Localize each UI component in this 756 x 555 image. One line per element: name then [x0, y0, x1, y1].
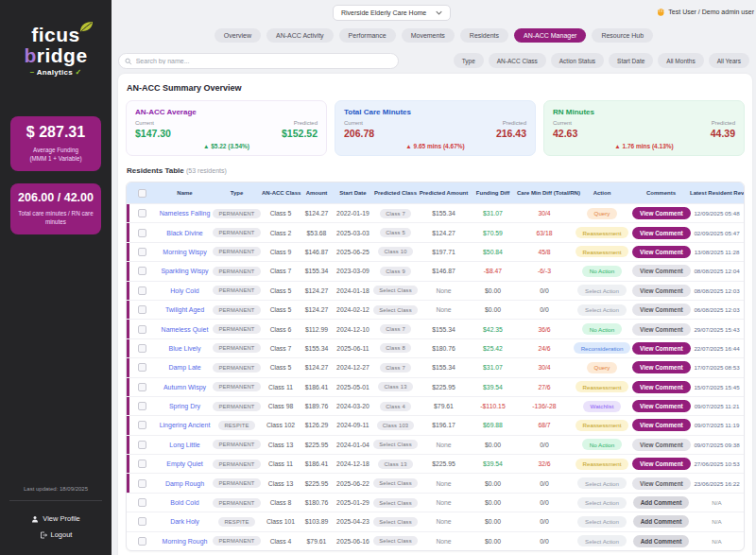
- resident-name-link[interactable]: Empty Quiet: [166, 460, 203, 467]
- predicted-class-select[interactable]: Class 13: [378, 460, 412, 469]
- predicted-class-select[interactable]: Class 103: [377, 421, 415, 430]
- view-comment-button[interactable]: View Comment: [632, 400, 691, 412]
- resident-name-link[interactable]: Twilight Aged: [165, 306, 204, 313]
- predicted-class-select[interactable]: Select Class: [373, 536, 418, 546]
- filter-action-status[interactable]: Action Status: [551, 53, 604, 68]
- action-status-badge[interactable]: Reconsideration: [574, 342, 631, 354]
- action-status-badge[interactable]: Select Action: [577, 535, 627, 546]
- action-status-badge[interactable]: Reassessment: [576, 227, 629, 238]
- predicted-class-select[interactable]: Class 7: [380, 363, 411, 373]
- row-checkbox[interactable]: [138, 209, 146, 217]
- logout-button[interactable]: Logout: [0, 526, 112, 544]
- row-checkbox[interactable]: [138, 286, 146, 295]
- add-comment-button[interactable]: Add Comment: [633, 496, 690, 509]
- predicted-class-select[interactable]: Select Class: [373, 498, 418, 508]
- view-comment-button[interactable]: View Comment: [632, 323, 691, 336]
- action-status-badge[interactable]: Watchlist: [583, 401, 622, 412]
- row-checkbox[interactable]: [138, 363, 146, 372]
- tab-an-acc-manager[interactable]: AN-ACC Manager: [514, 28, 586, 43]
- view-comment-button[interactable]: View Comment: [632, 285, 691, 297]
- add-comment-button[interactable]: Add Comment: [633, 535, 690, 547]
- tab-performance[interactable]: Performance: [339, 28, 396, 43]
- action-status-badge[interactable]: Reassessment: [576, 381, 629, 392]
- tab-overview[interactable]: Overview: [215, 28, 261, 43]
- predicted-class-select[interactable]: Select Class: [373, 305, 418, 315]
- tab-residents[interactable]: Residents: [460, 28, 508, 43]
- resident-name-link[interactable]: Damp Late: [168, 364, 200, 371]
- filter-all-years[interactable]: All Years: [709, 53, 749, 68]
- action-status-badge[interactable]: Select Action: [577, 285, 627, 296]
- row-checkbox[interactable]: [138, 498, 146, 507]
- filter-type[interactable]: Type: [454, 53, 484, 68]
- row-checkbox[interactable]: [138, 402, 146, 410]
- predicted-class-select[interactable]: Class 10: [378, 247, 412, 256]
- add-comment-button[interactable]: Add Comment: [633, 515, 690, 528]
- view-comment-button[interactable]: View Comment: [632, 227, 691, 239]
- search-input[interactable]: [136, 58, 392, 64]
- view-comment-button[interactable]: View Comment: [632, 439, 691, 451]
- row-checkbox[interactable]: [138, 421, 146, 429]
- resident-name-link[interactable]: Spring Dry: [169, 403, 200, 409]
- predicted-class-select[interactable]: Select Class: [373, 440, 418, 449]
- view-comment-button[interactable]: View Comment: [632, 342, 691, 355]
- view-comment-button[interactable]: View Comment: [632, 361, 691, 373]
- resident-name-link[interactable]: Autumn Wispy: [163, 384, 206, 390]
- resident-name-link[interactable]: Holy Cold: [170, 287, 198, 294]
- predicted-class-select[interactable]: Class 7: [380, 209, 411, 218]
- predicted-class-select[interactable]: Class 13: [378, 382, 412, 391]
- action-status-badge[interactable]: Select Action: [577, 304, 627, 316]
- resident-name-link[interactable]: Nameless Quiet: [162, 326, 209, 333]
- view-comment-button[interactable]: View Comment: [632, 207, 691, 219]
- row-checkbox[interactable]: [138, 248, 146, 256]
- resident-name-link[interactable]: Damp Rough: [165, 480, 204, 487]
- predicted-class-select[interactable]: Class 7: [380, 324, 411, 334]
- view-comment-button[interactable]: View Comment: [632, 265, 691, 277]
- view-comment-button[interactable]: View Comment: [632, 246, 691, 258]
- predicted-class-select[interactable]: Select Class: [373, 286, 418, 295]
- row-checkbox[interactable]: [138, 229, 146, 237]
- row-checkbox[interactable]: [138, 517, 146, 526]
- action-status-badge[interactable]: No Action: [582, 266, 622, 277]
- resident-name-link[interactable]: Bold Cold: [170, 499, 198, 506]
- resident-name-link[interactable]: Morning Rough: [163, 538, 208, 545]
- row-checkbox[interactable]: [138, 325, 146, 334]
- row-checkbox[interactable]: [138, 267, 146, 275]
- action-status-badge[interactable]: Query: [587, 362, 618, 373]
- row-checkbox[interactable]: [138, 460, 146, 468]
- resident-name-link[interactable]: Morning Wispy: [163, 249, 206, 255]
- view-comment-button[interactable]: View Comment: [632, 419, 691, 431]
- row-checkbox[interactable]: [138, 441, 146, 449]
- row-checkbox[interactable]: [138, 479, 146, 488]
- resident-name-link[interactable]: Sparkling Wispy: [161, 268, 208, 274]
- facility-selector[interactable]: Riverside Elderly Care Home: [333, 5, 451, 21]
- tab-resource-hub[interactable]: Resource Hub: [592, 28, 653, 43]
- select-all-checkbox[interactable]: [138, 189, 146, 198]
- row-checkbox[interactable]: [138, 344, 146, 353]
- view-comment-button[interactable]: View Comment: [632, 381, 691, 393]
- action-status-badge[interactable]: Select Action: [577, 497, 627, 509]
- resident-name-link[interactable]: Lingering Ancient: [160, 422, 211, 428]
- view-comment-button[interactable]: View Comment: [632, 477, 691, 490]
- view-comment-button[interactable]: View Comment: [632, 458, 691, 470]
- predicted-class-select[interactable]: Select Class: [373, 517, 418, 527]
- view-comment-button[interactable]: View Comment: [632, 304, 691, 316]
- action-status-badge[interactable]: Reassessment: [576, 420, 629, 431]
- action-status-badge[interactable]: Reassessment: [576, 246, 629, 257]
- row-checkbox[interactable]: [138, 537, 146, 546]
- predicted-class-select[interactable]: Class 9: [380, 267, 411, 276]
- filter-all-months[interactable]: All Months: [658, 53, 703, 68]
- filter-an-acc-class[interactable]: AN-ACC Class: [489, 53, 546, 68]
- resident-name-link[interactable]: Nameless Falling: [160, 210, 211, 217]
- action-status-badge[interactable]: Select Action: [577, 516, 627, 528]
- action-status-badge[interactable]: No Action: [582, 439, 622, 450]
- action-status-badge[interactable]: Query: [587, 208, 618, 219]
- action-status-badge[interactable]: Select Action: [577, 477, 627, 489]
- resident-name-link[interactable]: Long Little: [169, 442, 199, 448]
- filter-start-date[interactable]: Start Date: [609, 53, 653, 68]
- action-status-badge[interactable]: No Action: [582, 323, 622, 335]
- resident-name-link[interactable]: Dark Holy: [170, 518, 199, 525]
- resident-name-link[interactable]: Blue Lively: [169, 345, 201, 352]
- action-status-badge[interactable]: Reassessment: [576, 459, 629, 470]
- resident-name-link[interactable]: Black Divine: [166, 230, 203, 236]
- predicted-class-select[interactable]: Class 5: [380, 228, 411, 237]
